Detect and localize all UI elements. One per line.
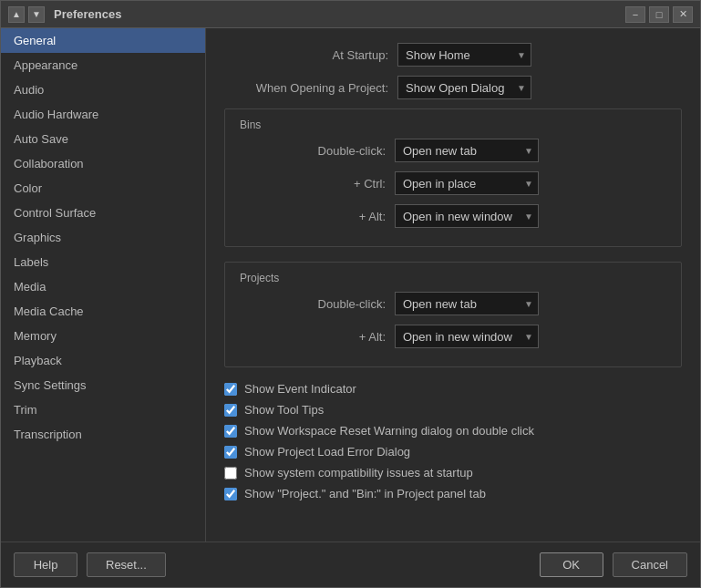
projects-doubleclick-row: Double-click: Open new tabOpen in placeO… (240, 292, 666, 315)
sidebar-item-playback[interactable]: Playback (1, 348, 205, 373)
ok-button[interactable]: OK (540, 552, 603, 577)
sidebar-item-labels[interactable]: Labels (1, 250, 205, 274)
bins-doubleclick-label: Double-click: (240, 144, 386, 158)
sidebar-item-color[interactable]: Color (1, 176, 205, 201)
bins-ctrl-wrapper: Open in placeOpen new tabOpen in new win… (395, 171, 539, 195)
reset-button[interactable]: Reset... (87, 552, 166, 577)
checkbox-row-2: Show Workspace Reset Warning dialog on d… (224, 424, 682, 438)
bins-label: Bins (240, 119, 666, 131)
bins-doubleclick-row: Double-click: Open new tabOpen in placeO… (240, 139, 666, 162)
footer-right: OK Cancel (540, 552, 687, 577)
checkbox-row-4: Show system compatibility issues at star… (224, 466, 682, 480)
projects-doubleclick-label: Double-click: (240, 297, 386, 311)
when-opening-select-wrapper: Show Open DialogOpen ProjectOpen Last Us… (397, 76, 531, 99)
at-startup-select[interactable]: Show HomeShow Open DialogOpen Last Proje… (397, 43, 531, 67)
sidebar-item-memory[interactable]: Memory (1, 324, 205, 348)
sidebar-item-sync-settings[interactable]: Sync Settings (1, 373, 205, 397)
sidebar-item-control-surface[interactable]: Control Surface (1, 201, 205, 225)
bins-ctrl-row: + Ctrl: Open in placeOpen new tabOpen in… (240, 171, 666, 195)
projects-label: Projects (240, 272, 666, 284)
sidebar-item-general[interactable]: General (1, 28, 205, 53)
bins-ctrl-select[interactable]: Open in placeOpen new tabOpen in new win… (395, 171, 539, 195)
sidebar: GeneralAppearanceAudioAudio HardwareAuto… (1, 28, 206, 542)
checkbox-label-0[interactable]: Show Event Indicator (244, 382, 356, 396)
checkbox-cb5[interactable] (224, 467, 237, 480)
at-startup-select-wrapper: Show HomeShow Open DialogOpen Last Proje… (397, 43, 531, 67)
when-opening-label: When Opening a Project: (224, 81, 388, 95)
nav-down-icon[interactable]: ▼ (28, 6, 45, 23)
bins-section: Bins Double-click: Open new tabOpen in p… (224, 108, 682, 247)
checkbox-cb3[interactable] (224, 425, 237, 438)
projects-doubleclick-wrapper: Open new tabOpen in placeOpen in new win… (395, 292, 539, 315)
maximize-button[interactable]: □ (649, 6, 669, 23)
sidebar-item-collaboration[interactable]: Collaboration (1, 151, 205, 176)
main-content: At Startup: Show HomeShow Open DialogOpe… (206, 28, 700, 542)
window-title: Preferences (54, 7, 625, 21)
when-opening-select[interactable]: Show Open DialogOpen ProjectOpen Last Us… (397, 76, 531, 99)
window-controls: − □ ✕ (625, 6, 693, 23)
bins-doubleclick-wrapper: Open new tabOpen in placeOpen in new win… (395, 139, 539, 162)
sidebar-item-appearance[interactable]: Appearance (1, 53, 205, 77)
checkbox-label-1[interactable]: Show Tool Tips (244, 403, 324, 417)
projects-alt-wrapper: Open in new windowOpen new tabOpen in pl… (395, 325, 539, 348)
help-button[interactable]: Help (14, 552, 77, 577)
sidebar-item-auto-save[interactable]: Auto Save (1, 127, 205, 151)
checkbox-row-1: Show Tool Tips (224, 403, 682, 417)
bins-alt-wrapper: Open in new windowOpen new tabOpen in pl… (395, 204, 539, 228)
sidebar-item-audio-hardware[interactable]: Audio Hardware (1, 102, 205, 127)
nav-icons: ▲ ▼ (8, 6, 45, 23)
sidebar-item-graphics[interactable]: Graphics (1, 225, 205, 250)
sidebar-item-media-cache[interactable]: Media Cache (1, 299, 205, 324)
checkbox-cb2[interactable] (224, 404, 237, 417)
checkbox-cb4[interactable] (224, 446, 237, 459)
checkbox-cb6[interactable] (224, 488, 237, 500)
checkbox-row-3: Show Project Load Error Dialog (224, 445, 682, 459)
bins-ctrl-label: + Ctrl: (240, 177, 386, 191)
projects-alt-row: + Alt: Open in new windowOpen new tabOpe… (240, 325, 666, 348)
sidebar-item-transcription[interactable]: Transcription (1, 422, 205, 447)
at-startup-label: At Startup: (224, 48, 388, 62)
checkboxes-group: Show Event IndicatorShow Tool TipsShow W… (224, 382, 682, 500)
bins-doubleclick-select[interactable]: Open new tabOpen in placeOpen in new win… (395, 139, 539, 162)
at-startup-row: At Startup: Show HomeShow Open DialogOpe… (224, 43, 682, 67)
checkbox-label-4[interactable]: Show system compatibility issues at star… (244, 466, 473, 480)
projects-doubleclick-select[interactable]: Open new tabOpen in placeOpen in new win… (395, 292, 539, 315)
projects-section: Projects Double-click: Open new tabOpen … (224, 262, 682, 367)
minimize-button[interactable]: − (625, 6, 645, 23)
content-area: GeneralAppearanceAudioAudio HardwareAuto… (1, 28, 700, 542)
when-opening-row: When Opening a Project: Show Open Dialog… (224, 76, 682, 99)
checkbox-cb1[interactable] (224, 383, 237, 396)
bins-alt-label: + Alt: (240, 210, 386, 223)
cancel-button[interactable]: Cancel (613, 552, 687, 577)
projects-alt-label: + Alt: (240, 330, 386, 344)
close-button[interactable]: ✕ (673, 6, 693, 23)
checkbox-label-3[interactable]: Show Project Load Error Dialog (244, 445, 410, 459)
sidebar-item-audio[interactable]: Audio (1, 77, 205, 102)
checkbox-row-5: Show "Project." and "Bin:" in Project pa… (224, 487, 682, 500)
checkbox-label-2[interactable]: Show Workspace Reset Warning dialog on d… (244, 424, 534, 438)
nav-up-icon[interactable]: ▲ (8, 6, 25, 23)
footer: Help Reset... OK Cancel (1, 542, 700, 587)
checkbox-row-0: Show Event Indicator (224, 382, 682, 396)
footer-left: Help Reset... (14, 552, 540, 577)
titlebar: ▲ ▼ Preferences − □ ✕ (1, 1, 700, 28)
projects-alt-select[interactable]: Open in new windowOpen new tabOpen in pl… (395, 325, 539, 348)
preferences-window: ▲ ▼ Preferences − □ ✕ GeneralAppearanceA… (0, 0, 701, 588)
bins-alt-row: + Alt: Open in new windowOpen new tabOpe… (240, 204, 666, 228)
checkbox-label-5[interactable]: Show "Project." and "Bin:" in Project pa… (244, 487, 486, 500)
sidebar-item-trim[interactable]: Trim (1, 397, 205, 422)
sidebar-item-media[interactable]: Media (1, 274, 205, 299)
bins-alt-select[interactable]: Open in new windowOpen new tabOpen in pl… (395, 204, 539, 228)
